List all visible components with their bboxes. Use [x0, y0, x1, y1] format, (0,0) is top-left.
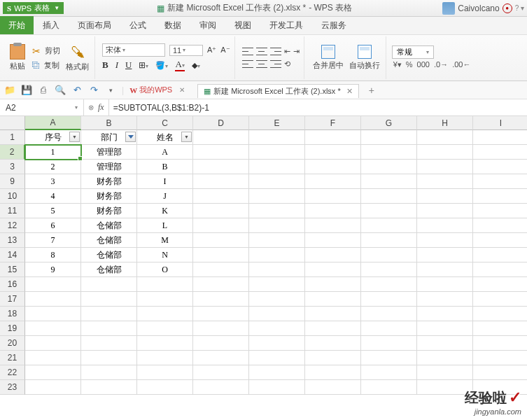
cell[interactable]: 1 [25, 145, 81, 160]
cell[interactable] [361, 262, 417, 277]
comma-button[interactable]: 000 [417, 60, 430, 69]
tab-cloud[interactable]: 云服务 [312, 16, 356, 34]
row-header[interactable]: 19 [0, 321, 25, 336]
cell[interactable] [137, 321, 193, 336]
align-left-button[interactable] [242, 59, 253, 69]
print-icon[interactable]: ⎙ [38, 85, 49, 96]
tab-formulas[interactable]: 公式 [120, 16, 155, 34]
cell[interactable]: M [137, 233, 193, 248]
align-bottom-button[interactable] [270, 47, 281, 57]
tab-view[interactable]: 视图 [225, 16, 260, 34]
cell[interactable] [417, 351, 473, 365]
font-selector[interactable]: 宋体▾ [102, 43, 165, 57]
row-header[interactable]: 13 [0, 233, 25, 248]
row-header[interactable]: 11 [0, 204, 25, 218]
copy-button[interactable]: ⿻复制 [31, 59, 62, 71]
cell[interactable] [473, 277, 527, 292]
open-icon[interactable]: 📁 [4, 85, 15, 96]
fill-color-button[interactable]: 🪣▾ [155, 61, 168, 70]
save-icon[interactable]: 💾 [21, 85, 32, 96]
merge-center-button[interactable]: 合并居中 [310, 36, 346, 79]
cell[interactable] [81, 336, 137, 351]
row-header[interactable]: 9 [0, 174, 25, 189]
cell[interactable] [305, 292, 361, 307]
cell[interactable] [249, 365, 305, 380]
cell[interactable]: 9 [25, 262, 81, 277]
my-wps-link[interactable]: W我的WPS [129, 85, 172, 95]
cell[interactable]: N [137, 248, 193, 262]
avatar[interactable] [442, 2, 455, 15]
cell[interactable] [417, 292, 473, 307]
cell[interactable] [305, 174, 361, 189]
cell[interactable] [305, 189, 361, 204]
tab-home[interactable]: 开始 [0, 16, 34, 34]
cell[interactable] [473, 174, 527, 189]
cell[interactable]: L [137, 218, 193, 233]
cell[interactable] [193, 292, 249, 307]
cell[interactable]: I [137, 174, 193, 189]
cell[interactable] [473, 145, 527, 160]
font-color-button[interactable]: A▾ [175, 59, 184, 71]
cell[interactable] [193, 204, 249, 218]
percent-button[interactable]: % [406, 60, 413, 69]
new-tab-button[interactable]: + [369, 85, 374, 96]
dropdown-icon[interactable] [181, 132, 192, 142]
fx-icon[interactable]: fx [98, 102, 104, 113]
increase-font-button[interactable]: A⁺ [207, 46, 216, 55]
cell[interactable] [305, 204, 361, 218]
row-header[interactable]: 1 [0, 130, 25, 145]
cell[interactable] [249, 160, 305, 174]
cell[interactable] [361, 204, 417, 218]
cell[interactable] [417, 233, 473, 248]
cell[interactable] [361, 233, 417, 248]
border-button[interactable]: ⊞▾ [139, 60, 148, 71]
underline-button[interactable]: U [125, 59, 132, 71]
cell[interactable] [137, 336, 193, 351]
font-size-selector[interactable]: 11▾ [169, 45, 203, 56]
cell[interactable] [193, 351, 249, 365]
cell[interactable] [417, 145, 473, 160]
row-header[interactable]: 17 [0, 292, 25, 307]
cell[interactable] [305, 233, 361, 248]
cell[interactable]: A [137, 145, 193, 160]
cell[interactable] [305, 218, 361, 233]
row-header[interactable]: 23 [0, 380, 25, 395]
app-badge[interactable]: S WPS 表格 ▼ [3, 2, 64, 14]
cell[interactable] [193, 336, 249, 351]
cell[interactable] [249, 307, 305, 321]
cell[interactable] [137, 277, 193, 292]
cell[interactable] [361, 248, 417, 262]
cell[interactable] [193, 130, 249, 145]
cell[interactable]: 3 [25, 174, 81, 189]
cell[interactable] [193, 233, 249, 248]
cell[interactable] [417, 277, 473, 292]
cell[interactable] [137, 307, 193, 321]
cell[interactable] [249, 218, 305, 233]
cell[interactable] [137, 292, 193, 307]
cell[interactable] [417, 248, 473, 262]
cell[interactable] [193, 189, 249, 204]
cell[interactable]: 8 [25, 248, 81, 262]
cell[interactable] [305, 351, 361, 365]
row-header[interactable]: 20 [0, 336, 25, 351]
cell[interactable] [305, 130, 361, 145]
cell[interactable] [361, 160, 417, 174]
cell[interactable]: 仓储部 [81, 218, 137, 233]
decrease-indent-button[interactable]: ⇤ [284, 47, 290, 57]
cell[interactable] [473, 262, 527, 277]
cell[interactable] [193, 321, 249, 336]
select-all-corner[interactable] [0, 116, 25, 130]
cell[interactable]: 仓储部 [81, 248, 137, 262]
cell[interactable] [361, 277, 417, 292]
user-area[interactable]: Caivolcano ● ? ▾ [442, 2, 524, 15]
increase-indent-button[interactable]: ⇥ [293, 47, 300, 57]
cell[interactable] [193, 380, 249, 395]
close-tab-icon[interactable]: ✕ [346, 87, 353, 96]
wps-close-icon[interactable]: ✕ [179, 86, 185, 94]
cell[interactable] [193, 248, 249, 262]
cell[interactable] [193, 365, 249, 380]
row-header[interactable]: 2 [0, 145, 25, 160]
column-header-E[interactable]: E [249, 116, 305, 130]
cell[interactable]: 仓储部 [81, 262, 137, 277]
row-header[interactable]: 18 [0, 307, 25, 321]
